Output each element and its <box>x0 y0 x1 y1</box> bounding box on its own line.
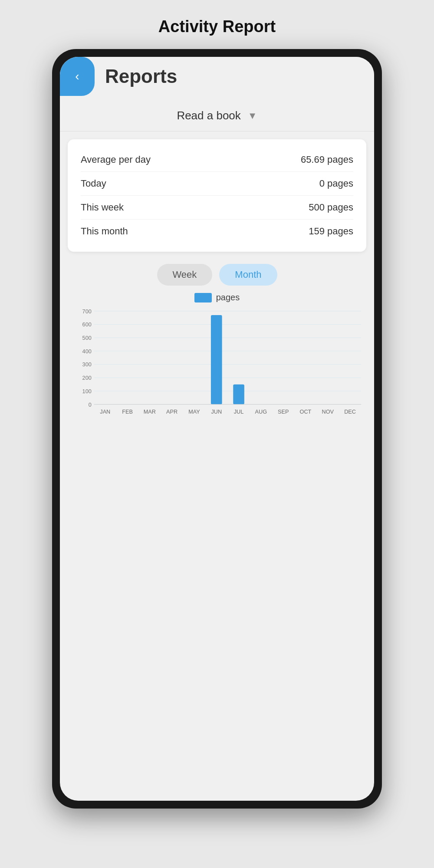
svg-text:APR: APR <box>166 409 178 415</box>
svg-text:FEB: FEB <box>122 409 133 415</box>
svg-text:0: 0 <box>89 402 92 408</box>
svg-text:300: 300 <box>82 362 92 368</box>
toggle-area: WeekMonth <box>60 252 374 293</box>
chevron-down-icon: ▼ <box>248 110 257 122</box>
svg-text:JUN: JUN <box>211 409 222 415</box>
bar-chart: 0100200300400500600700JANFEBMARAPRMAYJUN… <box>69 307 365 443</box>
stat-value: 500 pages <box>309 202 353 213</box>
phone-screen: ‹ Reports Read a book ▼ Average per day6… <box>60 57 374 801</box>
stat-row: This month159 pages <box>81 220 353 243</box>
phone-frame: ‹ Reports Read a book ▼ Average per day6… <box>52 49 382 809</box>
toggle-btn-month[interactable]: Month <box>219 264 277 286</box>
svg-text:MAY: MAY <box>188 409 200 415</box>
stat-row: Average per day65.69 pages <box>81 148 353 172</box>
stats-card: Average per day65.69 pagesToday0 pagesTh… <box>68 139 366 252</box>
back-button[interactable]: ‹ <box>60 57 95 96</box>
svg-text:JUL: JUL <box>234 409 244 415</box>
svg-text:200: 200 <box>82 375 92 381</box>
svg-rect-16 <box>211 315 222 404</box>
dropdown-selected-label: Read a book <box>177 109 240 122</box>
header-title: Reports <box>105 66 177 87</box>
toggle-btn-week[interactable]: Week <box>157 264 213 286</box>
stat-value: 159 pages <box>309 226 353 237</box>
legend-color-box <box>194 293 212 302</box>
svg-text:DEC: DEC <box>344 409 356 415</box>
svg-text:700: 700 <box>82 309 92 315</box>
header: ‹ Reports <box>60 57 374 100</box>
stat-label: Average per day <box>81 154 151 165</box>
svg-text:500: 500 <box>82 335 92 341</box>
svg-rect-17 <box>233 385 244 404</box>
svg-text:OCT: OCT <box>300 409 312 415</box>
stat-label: This month <box>81 226 128 237</box>
stat-value: 65.69 pages <box>301 154 353 165</box>
svg-text:AUG: AUG <box>255 409 267 415</box>
stat-label: Today <box>81 178 106 189</box>
stat-row: Today0 pages <box>81 172 353 196</box>
svg-text:400: 400 <box>82 349 92 355</box>
dropdown-area: Read a book ▼ <box>60 100 374 132</box>
svg-text:600: 600 <box>82 322 92 328</box>
activity-dropdown[interactable]: Read a book ▼ <box>177 109 257 122</box>
chart-container: 0100200300400500600700JANFEBMARAPRMAYJUN… <box>60 307 374 801</box>
svg-text:NOV: NOV <box>322 409 334 415</box>
page-title: Activity Report <box>158 17 276 36</box>
stat-label: This week <box>81 202 124 213</box>
stat-value: 0 pages <box>319 178 353 189</box>
legend-label: pages <box>216 293 240 302</box>
svg-text:MAR: MAR <box>144 409 156 415</box>
svg-text:JAN: JAN <box>100 409 110 415</box>
svg-text:100: 100 <box>82 388 92 395</box>
chart-legend: pages <box>60 293 374 302</box>
svg-text:SEP: SEP <box>278 409 289 415</box>
stat-row: This week500 pages <box>81 196 353 220</box>
